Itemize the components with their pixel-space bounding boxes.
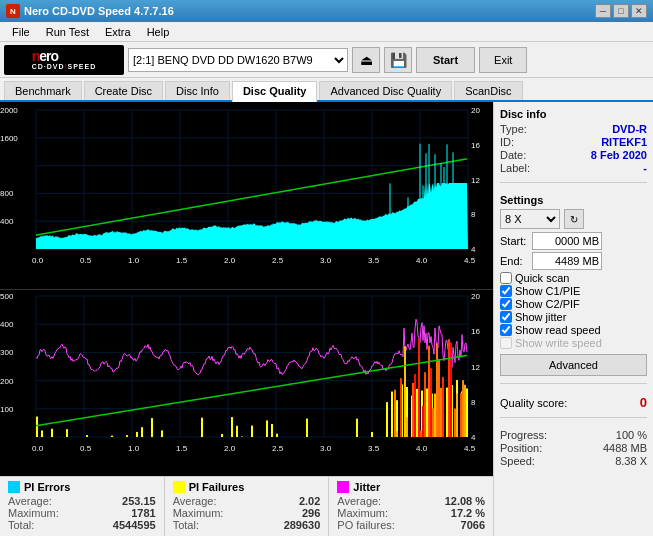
jitter-max-val: 17.2 % xyxy=(451,507,485,519)
disc-date-label: Date: xyxy=(500,149,526,161)
right-panel: Disc info Type: DVD-R ID: RITEKF1 Date: … xyxy=(493,102,653,536)
progress-value: 100 % xyxy=(616,429,647,441)
pi-failures-total-label: Total: xyxy=(173,519,199,531)
tab-create-disc[interactable]: Create Disc xyxy=(84,81,163,100)
quick-scan-label: Quick scan xyxy=(515,272,569,284)
menubar: File Run Test Extra Help xyxy=(0,22,653,42)
bottom-chart xyxy=(0,290,493,477)
show-c1-pie-label: Show C1/PIE xyxy=(515,285,580,297)
titlebar: N Nero CD-DVD Speed 4.7.7.16 ─ □ ✕ xyxy=(0,0,653,22)
disc-label-value: - xyxy=(643,162,647,174)
disc-id-label: ID: xyxy=(500,136,514,148)
menu-file[interactable]: File xyxy=(4,24,38,40)
pi-failures-max-val: 296 xyxy=(302,507,320,519)
pi-failures-label: PI Failures xyxy=(189,481,245,493)
speed-label: Speed: xyxy=(500,455,535,467)
minimize-button[interactable]: ─ xyxy=(595,4,611,18)
show-c2-pif-checkbox[interactable] xyxy=(500,298,512,310)
menu-help[interactable]: Help xyxy=(139,24,178,40)
app-title: Nero CD-DVD Speed 4.7.7.16 xyxy=(24,5,174,17)
position-value: 4488 MB xyxy=(603,442,647,454)
exit-button[interactable]: Exit xyxy=(479,47,527,73)
disc-id-value: RITEKF1 xyxy=(601,136,647,148)
menu-run-test[interactable]: Run Test xyxy=(38,24,97,40)
eject-icon-button[interactable]: ⏏ xyxy=(352,47,380,73)
show-write-speed-label: Show write speed xyxy=(515,337,602,349)
speed-value: 8.38 X xyxy=(615,455,647,467)
settings: Settings 8 X ↻ Start: End: Quick scan xyxy=(500,194,647,376)
pi-errors-avg-val: 253.15 xyxy=(122,495,156,507)
jitter-avg-label: Average: xyxy=(337,495,381,507)
pi-failures-stats: PI Failures Average: 2.02 Maximum: 296 T… xyxy=(165,477,330,536)
position-label: Position: xyxy=(500,442,542,454)
tab-scan-disc[interactable]: ScanDisc xyxy=(454,81,522,100)
disc-info-title: Disc info xyxy=(500,108,647,120)
jitter-max-label: Maximum: xyxy=(337,507,388,519)
disc-type-label: Type: xyxy=(500,123,527,135)
toolbar: nero CD·DVD/SPEED [2:1] BENQ DVD DD DW16… xyxy=(0,42,653,78)
charts-section: PI Errors Average: 253.15 Maximum: 1781 … xyxy=(0,102,493,536)
end-label: End: xyxy=(500,255,530,267)
tab-benchmark[interactable]: Benchmark xyxy=(4,81,82,100)
pi-failures-avg-label: Average: xyxy=(173,495,217,507)
pi-failures-color xyxy=(173,481,185,493)
pi-errors-avg-label: Average: xyxy=(8,495,52,507)
top-chart xyxy=(0,102,493,290)
main-content: PI Errors Average: 253.15 Maximum: 1781 … xyxy=(0,102,653,536)
disc-date-value: 8 Feb 2020 xyxy=(591,149,647,161)
start-button[interactable]: Start xyxy=(416,47,475,73)
pi-failures-max-label: Maximum: xyxy=(173,507,224,519)
pi-errors-max-label: Maximum: xyxy=(8,507,59,519)
drive-select[interactable]: [2:1] BENQ DVD DD DW1620 B7W9 xyxy=(128,48,348,72)
pi-failures-total-val: 289630 xyxy=(284,519,321,531)
show-c2-pif-label: Show C2/PIF xyxy=(515,298,580,310)
window-controls[interactable]: ─ □ ✕ xyxy=(595,4,647,18)
close-button[interactable]: ✕ xyxy=(631,4,647,18)
jitter-label: Jitter xyxy=(353,481,380,493)
progress-section: Progress: 100 % Position: 4488 MB Speed:… xyxy=(500,429,647,468)
app-logo: nero CD·DVD/SPEED xyxy=(4,45,124,75)
pi-errors-stats: PI Errors Average: 253.15 Maximum: 1781 … xyxy=(0,477,165,536)
refresh-button[interactable]: ↻ xyxy=(564,209,584,229)
save-icon-button[interactable]: 💾 xyxy=(384,47,412,73)
quality-score-value: 0 xyxy=(640,395,647,410)
show-jitter-checkbox[interactable] xyxy=(500,311,512,323)
jitter-po-label: PO failures: xyxy=(337,519,394,531)
jitter-avg-val: 12.08 % xyxy=(445,495,485,507)
pi-errors-total-val: 4544595 xyxy=(113,519,156,531)
pi-errors-total-label: Total: xyxy=(8,519,34,531)
quality-score: Quality score: 0 xyxy=(500,395,647,410)
end-input[interactable] xyxy=(532,252,602,270)
show-write-speed-checkbox xyxy=(500,337,512,349)
pi-errors-color xyxy=(8,481,20,493)
settings-title: Settings xyxy=(500,194,647,206)
stats-bar: PI Errors Average: 253.15 Maximum: 1781 … xyxy=(0,476,493,536)
maximize-button[interactable]: □ xyxy=(613,4,629,18)
app-icon: N xyxy=(6,4,20,18)
pi-errors-label: PI Errors xyxy=(24,481,70,493)
disc-type-value: DVD-R xyxy=(612,123,647,135)
jitter-color xyxy=(337,481,349,493)
tab-disc-info[interactable]: Disc Info xyxy=(165,81,230,100)
tabs: Benchmark Create Disc Disc Info Disc Qua… xyxy=(0,78,653,102)
show-jitter-label: Show jitter xyxy=(515,311,566,323)
disc-label-label: Label: xyxy=(500,162,530,174)
quality-score-label: Quality score: xyxy=(500,397,567,409)
tab-advanced-disc-quality[interactable]: Advanced Disc Quality xyxy=(319,81,452,100)
jitter-po-val: 7066 xyxy=(461,519,485,531)
speed-select[interactable]: 8 X xyxy=(500,209,560,229)
advanced-button[interactable]: Advanced xyxy=(500,354,647,376)
progress-label: Progress: xyxy=(500,429,547,441)
start-label: Start: xyxy=(500,235,530,247)
pi-errors-max-val: 1781 xyxy=(131,507,155,519)
show-read-speed-checkbox[interactable] xyxy=(500,324,512,336)
quick-scan-checkbox[interactable] xyxy=(500,272,512,284)
menu-extra[interactable]: Extra xyxy=(97,24,139,40)
disc-info: Disc info Type: DVD-R ID: RITEKF1 Date: … xyxy=(500,108,647,175)
pi-failures-avg-val: 2.02 xyxy=(299,495,320,507)
start-input[interactable] xyxy=(532,232,602,250)
tab-disc-quality[interactable]: Disc Quality xyxy=(232,81,318,102)
show-read-speed-label: Show read speed xyxy=(515,324,601,336)
jitter-stats: Jitter Average: 12.08 % Maximum: 17.2 % … xyxy=(329,477,493,536)
show-c1-pie-checkbox[interactable] xyxy=(500,285,512,297)
